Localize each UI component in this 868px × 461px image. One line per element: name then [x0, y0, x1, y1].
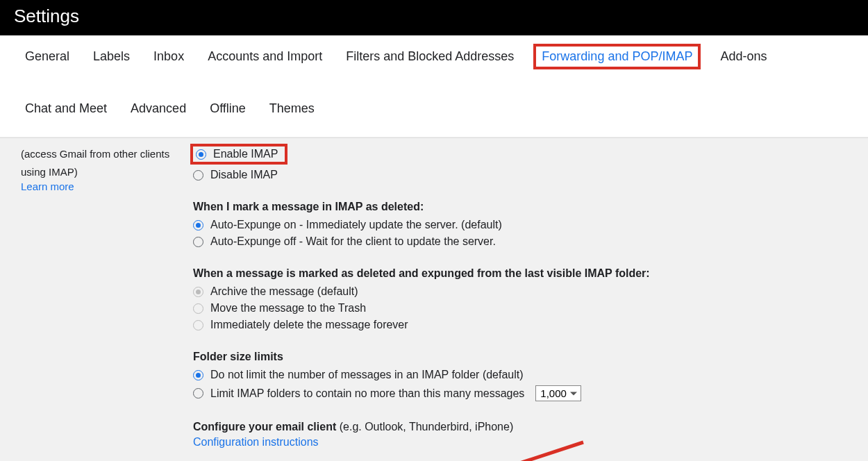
move-trash-row: Move the message to the Trash: [193, 302, 847, 315]
limit-row[interactable]: Limit IMAP folders to contain no more th…: [193, 385, 847, 401]
auto-expunge-on-row[interactable]: Auto-Expunge on - Immediately update the…: [193, 219, 847, 231]
configure-client-rest: (e.g. Outlook, Thunderbird, iPhone): [336, 421, 513, 433]
folder-limits-heading: Folder size limits: [193, 351, 847, 363]
learn-more-link[interactable]: Learn more: [21, 181, 74, 192]
expunge-heading: When I mark a message in IMAP as deleted…: [193, 201, 847, 213]
disable-imap-row[interactable]: Disable IMAP: [193, 169, 847, 181]
tab-labels[interactable]: Labels: [89, 48, 134, 65]
settings-tabs: General Labels Inbox Accounts and Import…: [0, 35, 868, 137]
configure-client-bold: Configure your email client: [193, 421, 336, 433]
enable-imap-label: Enable IMAP: [213, 148, 278, 160]
page-title: Settings: [14, 6, 854, 27]
enable-imap-radio[interactable]: [196, 149, 206, 160]
delete-forever-radio: [193, 320, 203, 330]
tab-inbox[interactable]: Inbox: [149, 48, 188, 65]
move-trash-label: Move the message to the Trash: [210, 302, 366, 315]
limit-radio[interactable]: [193, 388, 203, 399]
tab-accounts-import[interactable]: Accounts and Import: [203, 48, 326, 65]
archive-message-label: Archive the message (default): [210, 285, 358, 298]
imap-settings-panel: Enable IMAP Disable IMAP When I mark a m…: [193, 138, 847, 461]
tab-general[interactable]: General: [21, 48, 74, 65]
configure-client-line: Configure your email client (e.g. Outloo…: [193, 421, 847, 433]
disable-imap-label: Disable IMAP: [210, 169, 278, 181]
disable-imap-radio[interactable]: [193, 170, 203, 181]
limit-label: Limit IMAP folders to contain no more th…: [210, 387, 524, 400]
no-limit-radio[interactable]: [193, 370, 203, 380]
move-trash-radio: [193, 303, 203, 314]
auto-expunge-on-label: Auto-Expunge on - Immediately update the…: [210, 219, 502, 231]
imap-note-line1: (access Gmail from other clients: [21, 145, 193, 163]
tab-chat-meet[interactable]: Chat and Meet: [21, 100, 111, 117]
no-limit-label: Do not limit the number of messages in a…: [210, 369, 524, 381]
delete-forever-row: Immediately delete the message forever: [193, 319, 847, 331]
tab-addons[interactable]: Add-ons: [716, 48, 771, 65]
auto-expunge-off-radio[interactable]: [193, 237, 203, 247]
delete-forever-label: Immediately delete the message forever: [210, 319, 408, 331]
message-limit-select[interactable]: 1,000: [535, 385, 581, 401]
no-limit-row[interactable]: Do not limit the number of messages in a…: [193, 369, 847, 381]
settings-content: (access Gmail from other clients using I…: [0, 137, 868, 461]
imap-access-description: (access Gmail from other clients using I…: [21, 138, 193, 461]
tab-themes[interactable]: Themes: [265, 100, 319, 117]
tab-advanced[interactable]: Advanced: [126, 100, 190, 117]
archive-message-radio: [193, 287, 203, 297]
auto-expunge-off-row[interactable]: Auto-Expunge off - Wait for the client t…: [193, 235, 847, 248]
configuration-instructions-link[interactable]: Configuration instructions: [193, 436, 319, 449]
tab-filters-blocked[interactable]: Filters and Blocked Addresses: [342, 48, 518, 65]
enable-imap-row[interactable]: Enable IMAP: [193, 144, 847, 165]
enable-imap-highlight: Enable IMAP: [190, 144, 287, 165]
tab-forwarding-pop-imap[interactable]: Forwarding and POP/IMAP: [533, 44, 701, 69]
auto-expunge-on-radio[interactable]: [193, 220, 203, 230]
deleted-action-heading: When a message is marked as deleted and …: [193, 267, 847, 280]
archive-message-row: Archive the message (default): [193, 285, 847, 298]
auto-expunge-off-label: Auto-Expunge off - Wait for the client t…: [210, 235, 496, 248]
tab-offline[interactable]: Offline: [206, 100, 250, 117]
imap-note-line2: using IMAP): [21, 163, 193, 181]
page-header: Settings: [0, 0, 868, 35]
